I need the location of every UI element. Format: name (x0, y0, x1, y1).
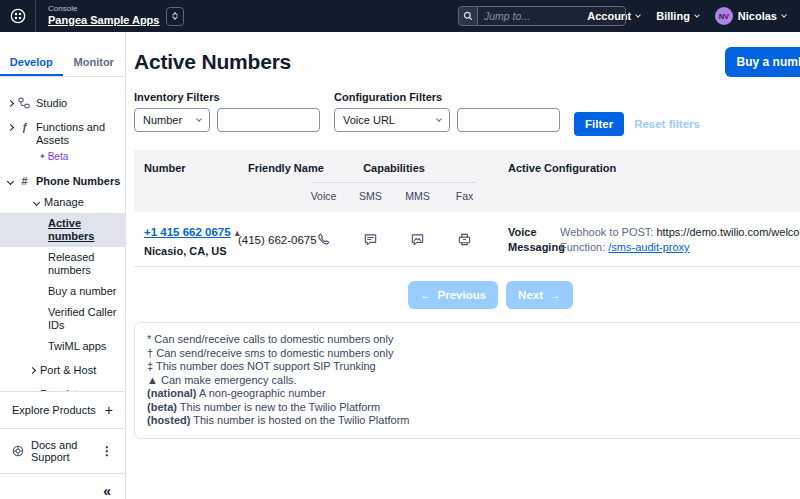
tab-monitor[interactable]: Monitor (63, 47, 126, 76)
configuration-filter-input[interactable] (457, 108, 560, 132)
voice-webhook-url: https://demo.twilio.com/welcome/voice/ (656, 226, 800, 238)
chevron-right-icon (7, 100, 14, 107)
user-menu[interactable]: NV Nicolas (715, 7, 786, 25)
arrow-left-icon: ← (420, 289, 432, 301)
topbar-divider (35, 0, 36, 32)
column-header-active-configuration: Active Configuration (488, 150, 800, 176)
footnote-line: (beta) This number is new to the Twilio … (147, 401, 800, 415)
inventory-filters-label: Inventory Filters (134, 91, 320, 103)
twilio-logo-icon[interactable] (0, 0, 35, 32)
sidebar-item-twiml-apps[interactable]: TwiML apps (0, 336, 125, 357)
filter-button[interactable]: Filter (574, 112, 624, 136)
chevron-down-icon (635, 12, 641, 18)
active-numbers-table: Number Friendly Name Capabilities Active… (134, 150, 800, 267)
chevron-down-icon (33, 199, 40, 206)
messaging-config-label: Messaging (508, 241, 560, 253)
avatar: NV (715, 7, 733, 25)
beta-badge[interactable]: ✦ Beta (0, 151, 125, 168)
sidebar-item-buy-a-number[interactable]: Buy a number (0, 281, 125, 302)
kebab-menu-icon[interactable]: ⋮ (101, 444, 113, 458)
sidebar-item-phone-numbers[interactable]: # Phone Numbers (0, 171, 125, 192)
account-name-link[interactable]: Pangea Sample Apps (48, 14, 159, 28)
pagination: ← Previous Next → (134, 281, 800, 309)
configuration-filters-label: Configuration Filters (334, 91, 560, 103)
phone-numbers-icon: # (18, 175, 31, 188)
billing-menu[interactable]: Billing (656, 10, 699, 22)
messaging-function-link[interactable]: /sms-audit-proxy (608, 241, 689, 253)
sidebar-item-functions-assets[interactable]: ƒ Functions and Assets (0, 117, 125, 151)
next-page-button[interactable]: Next → (506, 281, 572, 309)
chevron-down-icon (781, 12, 787, 18)
sidebar-item-regulatory-compliance[interactable]: Regulatory Compliance (0, 384, 125, 391)
topbar: Console Pangea Sample Apps Account Billi… (0, 0, 800, 32)
previous-page-button[interactable]: ← Previous (408, 281, 498, 309)
console-label: Console (48, 4, 159, 14)
reset-filters-link[interactable]: Reset filters (634, 118, 700, 130)
sparkle-icon: ✦ (39, 152, 46, 161)
sidebar-tabs: Develop Monitor (0, 47, 125, 77)
buy-a-number-button[interactable]: Buy a number → (725, 47, 800, 77)
explore-products[interactable]: Explore Products + (0, 391, 125, 428)
table-row: +1 415 662 0675▲ Nicasio, CA, US (415) 6… (134, 212, 800, 267)
voice-capability-icon (300, 232, 347, 247)
footnote-line: ▲ Can make emergency calls. (147, 374, 800, 388)
table-header: Number Friendly Name Capabilities Active… (134, 150, 800, 212)
search-input[interactable] (478, 7, 625, 25)
subheader-sms: SMS (347, 183, 394, 212)
sidebar-nav: Studio ƒ Functions and Assets ✦ Beta # P… (0, 77, 125, 391)
arrow-right-icon: → (549, 289, 561, 301)
sidebar-collapse-row: « (0, 473, 125, 499)
sidebar-item-verified-caller-ids[interactable]: Verified Caller IDs (0, 302, 125, 336)
column-header-friendly-name: Friendly Name (238, 150, 300, 176)
sidebar-item-port-host[interactable]: Port & Host (0, 360, 125, 381)
tab-develop[interactable]: Develop (0, 47, 63, 76)
footnote-line: (national) A non-geographic number (147, 387, 800, 401)
inventory-filter-select[interactable]: Number (134, 108, 210, 132)
chevron-right-icon (7, 124, 14, 131)
phone-number-link[interactable]: +1 415 662 0675 (144, 226, 231, 238)
footnotes-box: * Can send/receive calls to domestic num… (134, 322, 800, 439)
filters-bar: Inventory Filters Number Configuration F… (134, 91, 800, 136)
active-configuration-cell: Voice Webhook to POST: https://demo.twil… (488, 226, 800, 253)
sidebar-item-studio[interactable]: Studio (0, 93, 125, 114)
number-location: Nicasio, CA, US (144, 245, 238, 257)
sidebar: Develop Monitor Studio ƒ Functions and A… (0, 32, 126, 499)
main-content: Active Numbers Buy a number → Inventory … (126, 32, 800, 499)
sms-capability-icon (347, 232, 394, 247)
mms-capability-icon (394, 232, 441, 247)
configuration-filter-select[interactable]: Voice URL (334, 108, 450, 132)
fax-capability-icon (441, 232, 488, 247)
collapse-sidebar-icon[interactable]: « (103, 483, 111, 499)
subheader-voice: Voice (300, 183, 347, 212)
footnote-line: (hosted) This number is hosted on the Tw… (147, 414, 800, 428)
inventory-filter-input[interactable] (217, 108, 320, 132)
chevron-right-icon (29, 367, 36, 374)
subheader-mms: MMS (394, 183, 441, 212)
plus-icon: + (105, 402, 113, 418)
user-name: Nicolas (738, 10, 777, 22)
footnote-line: ‡ This number does NOT support SIP Trunk… (147, 360, 800, 374)
search-icon (459, 7, 478, 25)
column-header-capabilities: Capabilities (300, 150, 488, 176)
account-switcher: Console Pangea Sample Apps (48, 4, 184, 28)
account-switcher-stepper[interactable] (166, 7, 184, 26)
footnote-line: † Can send/receive sms to domestic numbe… (147, 347, 800, 361)
functions-icon: ƒ (18, 121, 31, 134)
voice-config-label: Voice (508, 226, 560, 238)
sidebar-item-released-numbers[interactable]: Released numbers (0, 247, 125, 281)
column-header-number: Number (134, 150, 238, 176)
docs-and-support[interactable]: Docs and Support ⋮ (0, 428, 125, 473)
help-ring-icon (12, 445, 25, 457)
friendly-name-cell: (415) 662-0675 (238, 234, 300, 246)
sidebar-item-manage[interactable]: Manage (0, 192, 125, 213)
chevron-down-icon (436, 116, 442, 122)
subheader-fax: Fax (441, 183, 488, 212)
sidebar-item-active-numbers[interactable]: Active numbers (0, 213, 125, 247)
chevron-down-icon (196, 116, 202, 122)
chevron-down-icon (7, 178, 14, 185)
jump-to-search (458, 6, 626, 26)
studio-icon (18, 97, 31, 109)
chevron-down-icon (694, 12, 700, 18)
footnote-line: * Can send/receive calls to domestic num… (147, 333, 800, 347)
page-title: Active Numbers (134, 50, 291, 74)
